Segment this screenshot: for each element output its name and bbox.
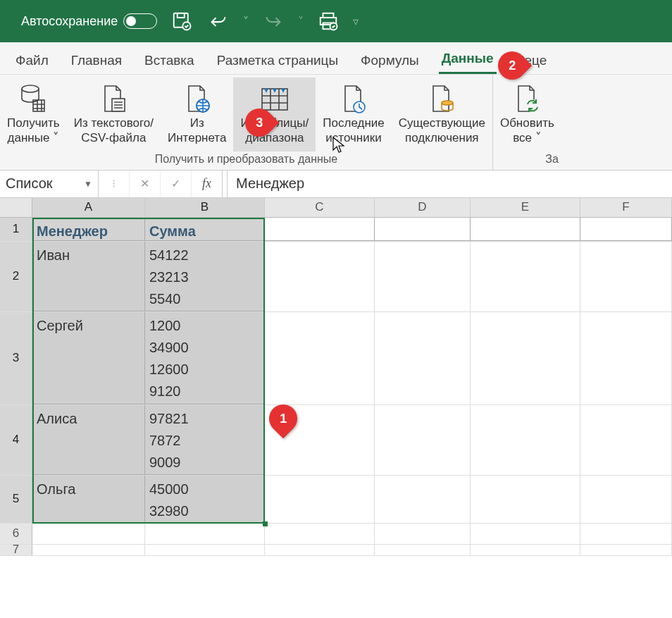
row-header[interactable]: 2	[0, 242, 32, 311]
cell[interactable]	[580, 476, 672, 523]
ribbon-group-queries: Обновить все ˅ За	[493, 75, 561, 170]
tab-insert[interactable]: Вставка	[142, 46, 197, 74]
cell[interactable]	[471, 524, 580, 544]
tab-file[interactable]: Файл	[13, 46, 51, 74]
cell[interactable]	[375, 242, 471, 311]
recent-sources-button[interactable]: Последние источники	[316, 78, 391, 152]
ribbon-group-label: Получить и преобразовать данные	[155, 152, 338, 170]
cell[interactable]	[580, 218, 672, 241]
spreadsheet-grid[interactable]: A B C D E F 1МенеджерСумма2Иван54122 232…	[0, 198, 672, 556]
print-icon[interactable]	[316, 9, 340, 33]
tab-formulas[interactable]: Формулы	[358, 46, 422, 74]
cell[interactable]	[471, 545, 580, 555]
cell[interactable]	[265, 242, 375, 311]
cell[interactable]	[580, 545, 672, 555]
cell[interactable]	[580, 405, 672, 475]
col-header-E[interactable]: E	[471, 198, 580, 217]
from-text-csv-button[interactable]: Из текстового/ CSV-файла	[67, 78, 161, 152]
cell[interactable]	[375, 476, 471, 523]
svg-point-6	[22, 85, 39, 92]
cell[interactable]	[580, 312, 672, 404]
existing-connections-button[interactable]: Существующие подключения	[392, 78, 492, 152]
select-all-corner[interactable]	[0, 198, 32, 217]
grid-row: 2Иван54122 23213 5540	[0, 242, 672, 312]
cell[interactable]	[375, 405, 471, 475]
web-file-icon	[183, 82, 211, 116]
recent-file-icon	[340, 82, 368, 116]
cell[interactable]	[375, 218, 471, 241]
formula-input[interactable]: Менеджер	[227, 171, 672, 197]
cell[interactable]	[375, 545, 471, 555]
cell[interactable]: Алиса	[32, 405, 145, 475]
cell[interactable]: 54122 23213 5540	[145, 242, 265, 311]
row-header[interactable]: 7	[0, 545, 32, 555]
cell[interactable]: 45000 32980	[145, 476, 265, 523]
cell[interactable]: 97821 7872 9009	[145, 405, 265, 475]
text-file-icon	[99, 82, 127, 116]
row-header[interactable]: 1	[0, 218, 32, 241]
cell[interactable]: Менеджер	[32, 218, 145, 241]
tab-page-layout[interactable]: Разметка страницы	[214, 46, 341, 74]
cell[interactable]	[471, 218, 580, 241]
cell[interactable]	[145, 524, 265, 544]
cell[interactable]	[471, 476, 580, 523]
accept-icon[interactable]: ✓	[161, 171, 192, 197]
ribbon-tabs: Файл Главная Вставка Разметка страницы Ф…	[0, 42, 672, 75]
col-header-F[interactable]: F	[580, 198, 672, 217]
selection-handle[interactable]	[263, 521, 268, 526]
cell[interactable]	[375, 312, 471, 404]
name-box[interactable]: Список ▼	[0, 171, 99, 197]
autosave-switch-icon[interactable]	[123, 13, 157, 29]
autosave-toggle[interactable]: Автосохранение	[21, 13, 157, 29]
save-icon[interactable]	[170, 9, 194, 33]
from-web-button[interactable]: Из Интернета	[161, 78, 233, 152]
cell[interactable]	[471, 312, 580, 404]
grid-row: 3Сергей1200 34900 12600 9120	[0, 312, 672, 405]
svg-point-13	[442, 101, 453, 105]
autosave-label: Автосохранение	[21, 14, 118, 29]
col-header-D[interactable]: D	[375, 198, 471, 217]
cell[interactable]: Иван	[32, 242, 145, 311]
from-table-range-button[interactable]: Из таблицы/ диапазона	[233, 78, 316, 152]
row-header[interactable]: 3	[0, 312, 32, 404]
row-header[interactable]: 6	[0, 524, 32, 544]
cell[interactable]: Сумма	[145, 218, 265, 241]
cell[interactable]	[580, 524, 672, 544]
col-header-A[interactable]: A	[32, 198, 145, 217]
cell[interactable]	[265, 545, 375, 555]
dropdown-icon[interactable]: ˅	[243, 15, 249, 28]
cell[interactable]: Ольга	[32, 476, 145, 523]
row-header[interactable]: 4	[0, 405, 32, 475]
dropdown-icon: ˅	[298, 15, 304, 28]
fx-icon[interactable]: fx	[192, 171, 223, 197]
cell[interactable]: Сергей	[32, 312, 145, 404]
cell[interactable]	[265, 218, 375, 241]
tab-home[interactable]: Главная	[68, 46, 125, 74]
tab-data[interactable]: Данные	[439, 44, 497, 74]
col-header-B[interactable]: B	[145, 198, 265, 217]
cell[interactable]	[265, 524, 375, 544]
customize-qat-icon[interactable]: ▿	[353, 15, 359, 28]
cell[interactable]	[32, 545, 145, 555]
col-header-C[interactable]: C	[265, 198, 375, 217]
formula-dropdown[interactable]: ⁝	[99, 171, 130, 197]
cell[interactable]: 1200 34900 12600 9120	[145, 312, 265, 404]
refresh-icon	[513, 82, 541, 116]
cell[interactable]	[375, 524, 471, 544]
undo-icon[interactable]	[206, 9, 230, 33]
get-data-button[interactable]: Получить данные ˅	[0, 78, 67, 152]
cell[interactable]	[265, 312, 375, 404]
cell[interactable]	[265, 476, 375, 523]
redo-icon	[261, 9, 285, 33]
cell[interactable]	[471, 242, 580, 311]
grid-row: 1МенеджерСумма	[0, 218, 672, 242]
cell[interactable]	[580, 242, 672, 311]
cell[interactable]	[32, 524, 145, 544]
database-icon	[19, 82, 47, 116]
cell[interactable]	[145, 545, 265, 555]
cell[interactable]	[471, 405, 580, 475]
cancel-icon[interactable]: ✕	[130, 171, 161, 197]
refresh-all-button[interactable]: Обновить все ˅	[493, 78, 561, 152]
chevron-down-icon[interactable]: ▼	[84, 179, 92, 189]
row-header[interactable]: 5	[0, 476, 32, 523]
